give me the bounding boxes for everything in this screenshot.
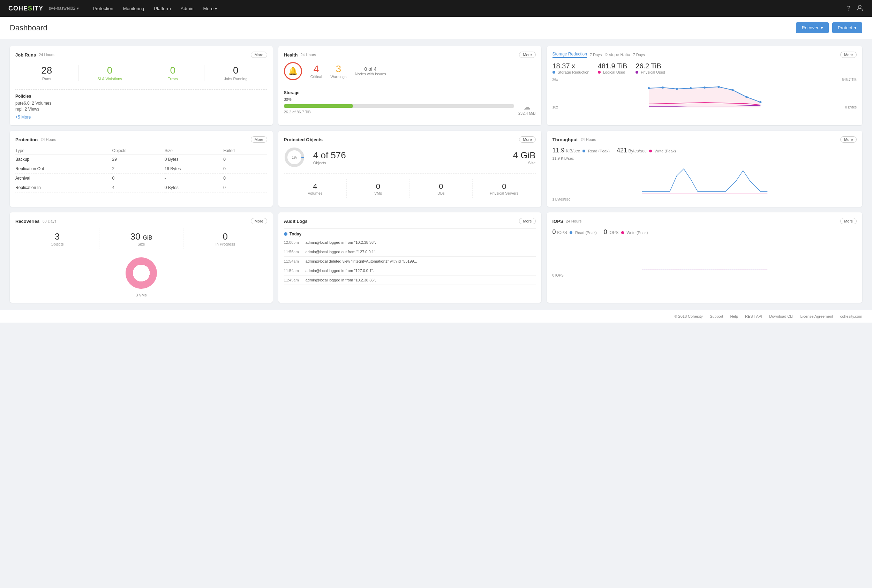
chevron-down-icon: ▾ (215, 6, 217, 11)
iops-write-dot (621, 231, 624, 234)
col-size: Size (165, 147, 224, 155)
table-row: Backup290 Bytes0 (15, 155, 267, 164)
protection-more-button[interactable]: More (251, 136, 267, 142)
svg-point-9 (745, 96, 747, 98)
po-more-button[interactable]: More (519, 136, 536, 142)
page-title: Dashboard (10, 23, 47, 32)
svg-point-0 (858, 5, 861, 8)
sr-tab-active[interactable]: Storage Reduction (552, 52, 587, 58)
audit-header: Audit Logs More (284, 218, 536, 224)
svg-point-10 (759, 101, 761, 103)
footer-website[interactable]: cohesity.com (840, 314, 862, 318)
cluster-selector[interactable]: sv4-haswell02 ▾ (49, 6, 79, 11)
critical-stat: 4 Critical (311, 63, 322, 79)
health-alert-icon: 🔔 (284, 62, 302, 80)
rec-size: 30 GiB Size (99, 228, 183, 249)
throughput-more-button[interactable]: More (840, 136, 857, 142)
throughput-chart (552, 162, 857, 197)
po-items: 4Volumes0VMs0DBs0Physical Servers (284, 179, 536, 198)
col-failed: Failed (223, 147, 267, 155)
sr-more-button[interactable]: More (840, 52, 857, 58)
help-icon[interactable]: ? (847, 5, 850, 12)
po-item: 0Physical Servers (473, 179, 536, 198)
col-type: Type (15, 147, 112, 155)
svg-point-4 (675, 88, 678, 90)
nav-monitoring[interactable]: Monitoring (123, 6, 144, 11)
footer-license[interactable]: License Agreement (800, 314, 833, 318)
protection-title: Protection 24 Hours (15, 137, 56, 142)
rec-legend: 3 VMs (136, 293, 147, 297)
dashboard-grid: Job Runs 24 Hours More 28 Runs 0 SLA Vio… (0, 39, 872, 310)
iops-more-button[interactable]: More (840, 218, 857, 224)
warnings-stat: 3 Warnings (330, 63, 346, 79)
runs-stat: 28 Runs (15, 62, 78, 84)
nav-admin[interactable]: Admin (181, 6, 194, 11)
nav-platform[interactable]: Platform (154, 6, 171, 11)
nav-links: Protection Monitoring Platform Admin Mor… (93, 6, 847, 11)
job-runs-title: Job Runs 24 Hours (15, 52, 54, 57)
storage-bar-fill (284, 104, 353, 108)
table-row: Replication Out216 Bytes0 (15, 164, 267, 174)
audit-entry: 11:54amadmin@local deleted view "integri… (284, 256, 536, 266)
cloud-storage: ☁ 232.4 MiB (518, 103, 536, 116)
sr-metrics: 18.37 x Storage Reduction 481.9 TiB Logi… (552, 62, 857, 74)
audit-more-button[interactable]: More (519, 218, 536, 224)
header-buttons: Recover ▾ Protect ▾ (796, 22, 862, 33)
logo-accent: S (28, 5, 32, 12)
sr-dot (552, 71, 555, 74)
footer-help[interactable]: Help (730, 314, 738, 318)
job-runs-more-button[interactable]: More (251, 52, 267, 58)
audit-title: Audit Logs (284, 219, 308, 224)
sr-chart: 26x 18x 545.7 TiB 0 Bytes (552, 78, 857, 109)
health-title: Health 24 Hours (284, 52, 316, 57)
page-header: Dashboard Recover ▾ Protect ▾ (0, 17, 872, 39)
storage-reduction-card: Storage Reduction 7 Days Dedupe Ratio 7 … (547, 46, 863, 125)
protect-button[interactable]: Protect ▾ (832, 22, 862, 33)
physical-value: 26.2 TiB Physical Used (635, 62, 665, 74)
footer-support[interactable]: Support (710, 314, 723, 318)
iops-read-dot (570, 231, 572, 234)
footer: © 2018 Cohesity Support Help REST API Do… (0, 310, 872, 322)
audit-entries: 12:00pmadmin@local logged in from "10.2.… (284, 238, 536, 285)
throughput-header: Throughput 24 Hours More (552, 136, 857, 142)
audit-day-header: Today (284, 229, 536, 238)
footer-rest-api[interactable]: REST API (745, 314, 762, 318)
policies-more-link[interactable]: +5 More (15, 115, 31, 120)
audit-logs-card: Audit Logs More Today 12:00pmadmin@local… (278, 212, 541, 303)
sr-tab-dedupe[interactable]: Dedupe Ratio (605, 52, 630, 57)
po-header: Protected Objects More (284, 136, 536, 142)
svg-point-3 (662, 87, 664, 88)
read-dot (582, 150, 585, 152)
audit-entry: 11:45amadmin@local logged in from "10.2.… (284, 276, 536, 285)
svg-point-8 (731, 89, 734, 91)
recoveries-header: Recoveries 30 Days More (15, 218, 267, 224)
sr-value: 18.37 x Storage Reduction (552, 62, 590, 74)
logical-dot (598, 71, 600, 74)
svg-marker-1 (649, 87, 760, 107)
protection-card: Protection 24 Hours More Type Objects Si… (10, 131, 273, 207)
health-more-button[interactable]: More (519, 52, 536, 58)
recoveries-card: Recoveries 30 Days More 3 Objects 30 GiB… (10, 212, 273, 303)
table-row: Replication In40 Bytes0 (15, 183, 267, 192)
logo: COHESITY (8, 5, 43, 12)
throughput-card: Throughput 24 Hours More 11.9 KiB/sec Re… (547, 131, 863, 207)
nav-protection[interactable]: Protection (93, 6, 113, 11)
protection-table: Type Objects Size Failed Backup290 Bytes… (15, 147, 267, 192)
storage-bar-bg (284, 104, 514, 108)
iops-chart (552, 238, 857, 273)
audit-log-list: Today 12:00pmadmin@local logged in from … (284, 228, 536, 285)
recoveries-more-button[interactable]: More (251, 218, 267, 224)
footer-copyright: © 2018 Cohesity (674, 314, 703, 318)
iops-card: IOPS 24 Hours More 0 IOPS Read (Peak) 0 … (547, 212, 863, 303)
audit-entry: 11:56amadmin@local logged out from "127.… (284, 247, 536, 256)
chevron-down-icon: ▾ (821, 25, 823, 30)
svg-point-2 (648, 87, 650, 89)
po-size-display: 4 GiB Size (354, 150, 536, 165)
recover-button[interactable]: Recover ▾ (796, 22, 828, 33)
write-dot (649, 150, 652, 152)
footer-download-cli[interactable]: Download CLI (769, 314, 793, 318)
cloud-icon: ☁ (518, 103, 536, 111)
audit-entry: 12:00pmadmin@local logged in from "10.2.… (284, 238, 536, 247)
user-icon[interactable] (856, 4, 864, 13)
nav-more[interactable]: More ▾ (203, 6, 218, 11)
